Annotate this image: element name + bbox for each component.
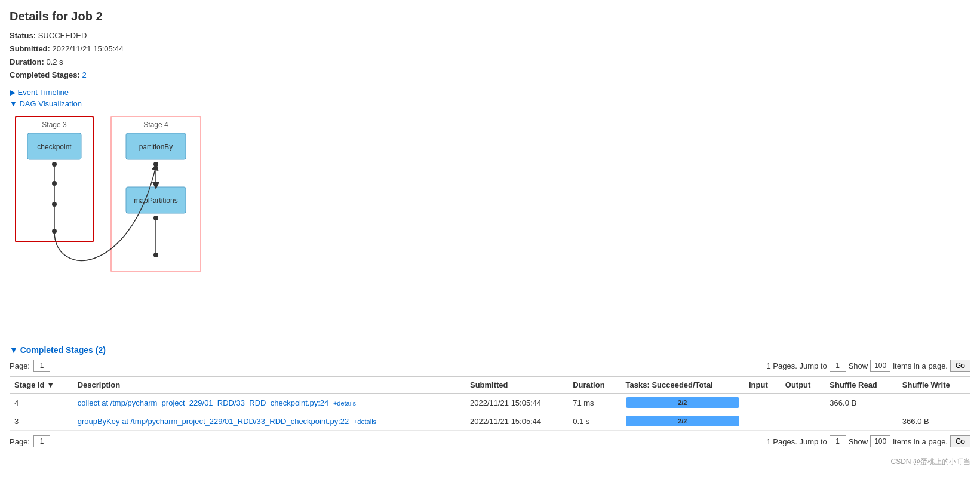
table-header-row: Stage Id ▼ Description Submitted Duratio… — [10, 377, 970, 394]
go-button-top[interactable]: Go — [950, 360, 970, 372]
page-label-bottom: Page: — [10, 437, 30, 446]
completed-stages-header[interactable]: ▼ Completed Stages (2) — [10, 345, 970, 355]
table-row: 4 collect at /tmp/pycharm_project_229/01… — [10, 394, 970, 412]
completed-stages-link[interactable]: 2 — [82, 70, 86, 79]
pagination-left-top: Page: 1 — [10, 360, 50, 372]
dag-visualization: Stage 3 checkpoint Stage 4 partitionBy m… — [10, 110, 970, 333]
progress-bar: 2/2 — [626, 397, 739, 408]
cell-duration: 71 ms — [568, 394, 620, 412]
show-label: Show — [849, 361, 868, 370]
svg-point-4 — [52, 162, 57, 167]
cell-tasks: 2/2 — [621, 412, 744, 431]
svg-point-20 — [153, 253, 158, 257]
page-number-top[interactable]: 1 — [33, 360, 50, 372]
cell-description: collect at /tmp/pycharm_project_229/01_R… — [73, 394, 465, 412]
cell-stage-id: 4 — [10, 394, 73, 412]
jump-to-input-bottom[interactable]: 1 — [830, 435, 846, 447]
dag-svg: Stage 3 checkpoint Stage 4 partitionBy m… — [10, 110, 225, 331]
table-row: 3 groupByKey at /tmp/pycharm_project_229… — [10, 412, 970, 431]
pagination-top: Page: 1 1 Pages. Jump to 1 Show 100 item… — [10, 360, 970, 372]
cell-output — [781, 394, 825, 412]
show-label-bottom: Show — [849, 437, 868, 446]
cell-stage-id: 3 — [10, 412, 73, 431]
jump-to-input-top[interactable]: 1 — [830, 360, 846, 372]
col-input[interactable]: Input — [744, 377, 781, 394]
status-value: SUCCEEDED — [38, 31, 87, 40]
col-shuffle-write[interactable]: Shuffle Write — [898, 377, 970, 394]
duration-label: Duration: — [10, 57, 44, 66]
status-label: Status: — [10, 31, 36, 40]
cell-input — [744, 412, 781, 431]
col-description[interactable]: Description — [73, 377, 465, 394]
svg-point-15 — [153, 162, 158, 167]
cell-submitted: 2022/11/21 15:05:44 — [465, 394, 568, 412]
meta-section: Status: SUCCEEDED Submitted: 2022/11/21 … — [10, 29, 970, 82]
page-title: Details for Job 2 — [10, 10, 970, 23]
stages-table: Stage Id ▼ Description Submitted Duratio… — [10, 376, 970, 431]
submitted-value: 2022/11/21 15:05:44 — [53, 44, 124, 53]
event-timeline-toggle[interactable]: ▶ Event Timeline — [10, 88, 970, 97]
details-link[interactable]: +details — [333, 400, 356, 407]
cell-shuffle-read: 366.0 B — [825, 394, 898, 412]
pagination-right-bottom: 1 Pages. Jump to 1 Show 100 items in a p… — [766, 435, 970, 447]
col-stage-id[interactable]: Stage Id ▼ — [10, 377, 73, 394]
progress-bar: 2/2 — [626, 416, 739, 426]
watermark: CSDN @蛋桃上的小叮当 — [10, 457, 970, 467]
cell-duration: 0.1 s — [568, 412, 620, 431]
page-number-bottom[interactable]: 1 — [33, 435, 50, 447]
show-value-bottom[interactable]: 100 — [870, 435, 890, 447]
items-label-bottom: items in a page. — [893, 437, 948, 446]
col-duration[interactable]: Duration — [568, 377, 620, 394]
stage-link[interactable]: collect at /tmp/pycharm_project_229/01_R… — [78, 398, 329, 407]
duration-row: Duration: 0.2 s — [10, 56, 970, 69]
svg-text:Stage 3: Stage 3 — [42, 121, 67, 129]
cell-submitted: 2022/11/21 15:05:44 — [465, 412, 568, 431]
page-label: Page: — [10, 361, 30, 370]
cell-description: groupByKey at /tmp/pycharm_project_229/0… — [73, 412, 465, 431]
col-output[interactable]: Output — [781, 377, 825, 394]
completed-stages-section: ▼ Completed Stages (2) Page: 1 1 Pages. … — [10, 345, 970, 447]
details-link[interactable]: +details — [354, 418, 376, 425]
svg-point-8 — [52, 202, 57, 207]
submitted-row: Submitted: 2022/11/21 15:05:44 — [10, 42, 970, 56]
svg-text:Stage 4: Stage 4 — [143, 121, 168, 129]
show-value-top[interactable]: 100 — [870, 360, 890, 372]
submitted-label: Submitted: — [10, 44, 50, 53]
completed-stages-row: Completed Stages: 2 — [10, 69, 970, 82]
status-row: Status: SUCCEEDED — [10, 29, 970, 42]
go-button-bottom[interactable]: Go — [950, 435, 970, 447]
cell-shuffle-write: 366.0 B — [898, 412, 970, 431]
cell-shuffle-read — [825, 412, 898, 431]
dag-toggle[interactable]: ▼ DAG Visualization — [10, 99, 970, 108]
stage-link[interactable]: groupByKey at /tmp/pycharm_project_229/0… — [78, 417, 349, 426]
pagination-info: 1 Pages. Jump to — [766, 361, 827, 370]
pagination-right-top: 1 Pages. Jump to 1 Show 100 items in a p… — [766, 360, 970, 372]
svg-point-18 — [153, 216, 158, 220]
col-shuffle-read[interactable]: Shuffle Read — [825, 377, 898, 394]
cell-input — [744, 394, 781, 412]
cell-tasks: 2/2 — [621, 394, 744, 412]
svg-text:partitionBy: partitionBy — [139, 143, 173, 151]
cell-shuffle-write — [898, 394, 970, 412]
pagination-left-bottom: Page: 1 — [10, 435, 50, 447]
pagination-info-bottom: 1 Pages. Jump to — [766, 437, 827, 446]
col-tasks[interactable]: Tasks: Succeeded/Total — [621, 377, 744, 394]
pagination-bottom: Page: 1 1 Pages. Jump to 1 Show 100 item… — [10, 435, 970, 447]
cell-output — [781, 412, 825, 431]
completed-stages-label: Completed Stages: — [10, 70, 80, 79]
duration-value: 0.2 s — [46, 57, 63, 66]
svg-text:checkpoint: checkpoint — [37, 143, 72, 151]
progress-label: 2/2 — [678, 399, 687, 406]
progress-label: 2/2 — [678, 417, 687, 425]
items-label: items in a page. — [893, 361, 948, 370]
svg-point-6 — [52, 181, 57, 186]
svg-text:mapPartitions: mapPartitions — [134, 197, 177, 205]
col-submitted[interactable]: Submitted — [465, 377, 568, 394]
